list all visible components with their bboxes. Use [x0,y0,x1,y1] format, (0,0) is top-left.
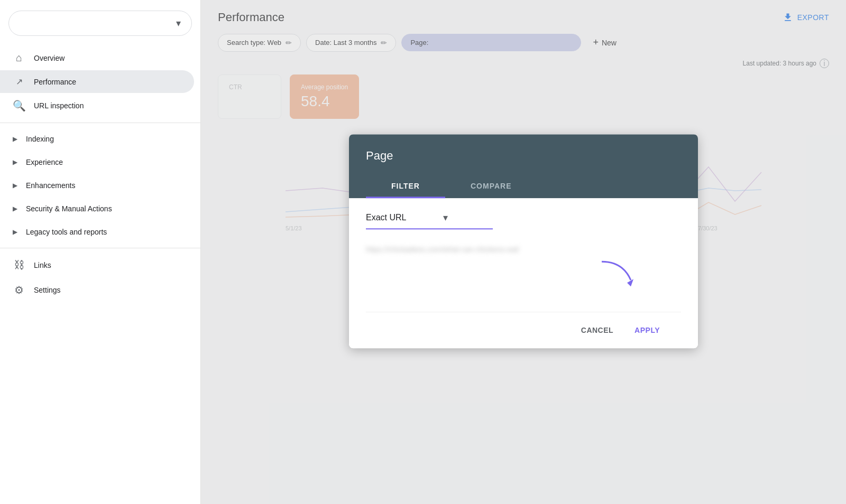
sidebar-item-indexing[interactable]: ▶ Indexing [0,127,200,151]
dropdown-arrow-icon: ▾ [176,17,181,29]
sidebar-links-label: Links [34,261,51,269]
sidebar-experience-label: Experience [26,158,63,166]
sidebar-item-url-inspection[interactable]: 🔍 URL inspection [0,93,194,118]
sidebar-item-label: Overview [34,54,65,62]
apply-button[interactable]: APPLY [626,321,668,340]
filter-type-row: Exact URL URL contains URL starts with U… [366,211,493,229]
tab-compare-label: COMPARE [471,182,512,190]
sidebar-url-inspection-label: URL inspection [34,101,84,110]
search-icon: 🔍 [13,99,25,112]
cancel-button[interactable]: CANCEL [573,321,622,340]
chevron-right-icon-3: ▶ [13,182,17,189]
sidebar-item-links[interactable]: ⛓ Links [0,253,194,277]
sidebar-performance-label: Performance [34,78,76,86]
chevron-right-icon-5: ▶ [13,228,17,236]
sidebar-security-label: Security & Manual Actions [26,204,112,213]
tab-filter-label: FILTER [391,182,420,190]
sidebar-item-enhancements[interactable]: ▶ Enhancements [0,174,200,197]
sidebar-legacy-label: Legacy tools and reports [26,228,107,236]
settings-icon: ⚙ [13,284,25,296]
sidebar-settings-label: Settings [34,286,61,294]
sidebar-item-overview[interactable]: ⌂ Overview [0,45,194,70]
chevron-right-icon-4: ▶ [13,205,17,212]
main-content: Performance EXPORT Search type: Web ✏ Da… [201,0,846,504]
modal-body: Exact URL URL contains URL starts with U… [349,198,698,348]
filter-type-select[interactable]: Exact URL URL contains URL starts with U… [366,211,441,224]
home-icon: ⌂ [13,52,25,64]
url-input-text[interactable]: https://chickadees.com/what-can-chickens… [366,245,681,254]
tab-filter[interactable]: FILTER [366,175,445,198]
sidebar-divider-2 [0,248,200,248]
modal-tabs: FILTER COMPARE [366,175,681,198]
sidebar-item-settings[interactable]: ⚙ Settings [0,277,194,303]
sidebar-item-performance[interactable]: ↗ Performance [0,70,194,93]
modal-footer: CANCEL APPLY [366,312,681,348]
apply-arrow-annotation [591,259,639,291]
chevron-right-icon: ▶ [13,135,17,143]
url-input-area: https://chickadees.com/what-can-chickens… [366,240,681,259]
sidebar: ▾ ⌂ Overview ↗ Performance 🔍 URL inspect… [0,0,201,504]
tab-compare[interactable]: COMPARE [445,175,537,198]
sidebar-item-experience[interactable]: ▶ Experience [0,151,200,174]
modal-container: Page FILTER COMPARE Exact URL URL cont [349,134,698,348]
sidebar-item-security[interactable]: ▶ Security & Manual Actions [0,197,200,220]
chevron-right-icon-2: ▶ [13,158,17,166]
modal-header: Page FILTER COMPARE [349,134,698,198]
property-dropdown[interactable]: ▾ [8,11,192,36]
sidebar-item-legacy[interactable]: ▶ Legacy tools and reports [0,220,200,244]
page-filter-modal: Page FILTER COMPARE Exact URL URL cont [349,134,698,348]
filter-dropdown-arrow-icon: ▾ [443,212,448,223]
links-icon: ⛓ [13,259,25,271]
sidebar-divider-1 [0,123,200,123]
sidebar-indexing-label: Indexing [26,135,54,143]
sidebar-enhancements-label: Enhancements [26,181,75,190]
arrow-annotation-area [366,259,681,291]
trending-icon: ↗ [13,77,25,87]
modal-title: Page [366,149,681,163]
